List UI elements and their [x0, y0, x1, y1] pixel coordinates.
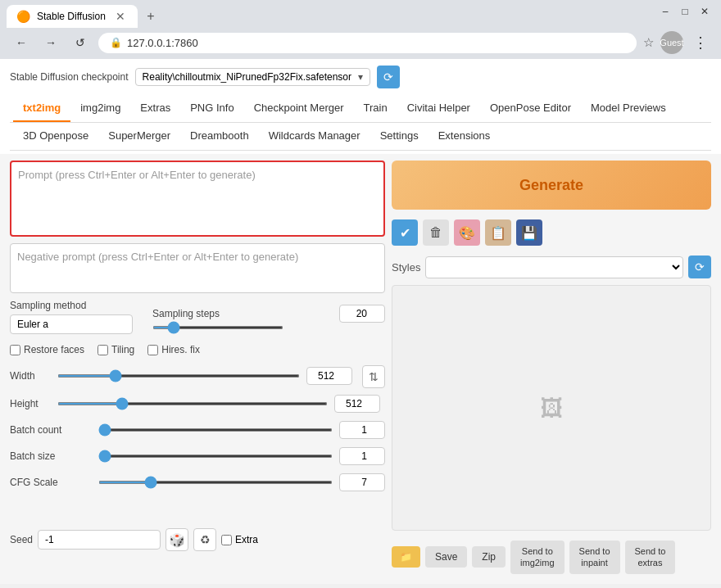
tab-train[interactable]: Train	[354, 95, 397, 122]
tab-wildcards-manager[interactable]: Wildcards Manager	[259, 123, 370, 150]
styles-refresh-button[interactable]: ⟳	[688, 256, 711, 278]
cfg-scale-label: CFG Scale	[10, 477, 92, 488]
send-to-img2img-button[interactable]: Send to img2img	[510, 541, 565, 574]
generate-button[interactable]: Generate	[392, 161, 711, 210]
seed-input[interactable]	[38, 530, 161, 550]
height-input[interactable]	[334, 395, 380, 413]
tab-close-button[interactable]: ✕	[116, 10, 125, 23]
lock-icon: 🔒	[110, 37, 122, 48]
window-minimize-button[interactable]: –	[655, 3, 675, 20]
tab-extras[interactable]: Extras	[130, 95, 180, 122]
negative-prompt-box	[10, 243, 385, 293]
window-close-button[interactable]: ✕	[695, 3, 714, 20]
tab-title: Stable Diffusion	[37, 11, 106, 22]
width-label: Width	[10, 370, 51, 382]
prompt-input[interactable]	[18, 169, 377, 226]
nav-tabs-row1: txt2img img2img Extras PNG Info Checkpoi…	[10, 95, 711, 123]
action-icons-row: ✔ 🗑 🎨 📋 💾	[392, 219, 711, 246]
height-slider[interactable]	[57, 402, 328, 405]
reload-button[interactable]: ↺	[69, 31, 92, 54]
zip-button[interactable]: Zip	[472, 546, 506, 568]
tab-dreambooth[interactable]: Dreambooth	[180, 123, 259, 150]
trash-button[interactable]: 🗑	[423, 219, 449, 246]
tab-png-info[interactable]: PNG Info	[180, 95, 243, 122]
save-style-button[interactable]: 💾	[516, 219, 542, 246]
checkpoint-refresh-button[interactable]: ⟳	[377, 66, 400, 88]
copy-button[interactable]: 📋	[485, 219, 511, 246]
tab-favicon: 🟠	[16, 10, 30, 23]
dice-button[interactable]: 🎲	[166, 528, 188, 551]
forward-button[interactable]: →	[39, 31, 62, 54]
batch-size-input[interactable]	[339, 447, 385, 465]
image-placeholder-icon: 🖼	[540, 395, 563, 422]
negative-prompt-input[interactable]	[17, 251, 378, 283]
browser-tab[interactable]: 🟠 Stable Diffusion ✕	[7, 5, 138, 28]
browser-menu-button[interactable]: ⋮	[690, 32, 711, 53]
tab-checkpoint-merger[interactable]: Checkpoint Merger	[244, 95, 354, 122]
batch-size-label: Batch size	[10, 450, 92, 462]
cfg-scale-slider[interactable]	[98, 481, 333, 484]
sampling-steps-input[interactable]	[339, 305, 385, 323]
width-slider[interactable]	[57, 374, 300, 378]
tab-txt2img[interactable]: txt2img	[13, 95, 70, 122]
width-input[interactable]	[306, 367, 352, 385]
bookmark-button[interactable]: ☆	[643, 35, 654, 50]
style-button[interactable]: 🎨	[454, 219, 480, 246]
sampling-steps-slider[interactable]	[152, 326, 283, 329]
batch-size-slider[interactable]	[98, 455, 333, 458]
tab-3d-openpose[interactable]: 3D Openpose	[13, 123, 98, 150]
window-maximize-button[interactable]: □	[675, 3, 695, 20]
sampling-steps-label: Sampling steps	[152, 308, 234, 319]
profile-button[interactable]: Guest	[660, 31, 683, 54]
tab-extensions[interactable]: Extensions	[429, 123, 501, 150]
image-output-area: 🖼	[392, 285, 711, 531]
sampling-method-select[interactable]: Euler a	[10, 314, 133, 334]
tab-settings[interactable]: Settings	[370, 123, 429, 150]
nav-tabs-row2: 3D Openpose SuperMerger Dreambooth Wildc…	[10, 123, 711, 151]
tab-supermerger[interactable]: SuperMerger	[98, 123, 180, 150]
styles-row: Styles ⟳	[392, 256, 711, 278]
apply-styles-button[interactable]: ✔	[392, 219, 418, 246]
address-bar[interactable]: 🔒 127.0.0.1:7860	[98, 33, 637, 53]
batch-count-label: Batch count	[10, 424, 92, 436]
back-button[interactable]: ←	[10, 31, 33, 54]
styles-label: Styles	[392, 261, 420, 274]
height-label: Height	[10, 398, 51, 409]
extra-checkbox[interactable]: Extra	[221, 534, 258, 545]
checkpoint-select[interactable]: Reality\chilloutmix_NiPrunedFp32Fix.safe…	[135, 68, 370, 86]
checkpoint-value: Reality\chilloutmix_NiPrunedFp32Fix.safe…	[143, 71, 351, 83]
batch-count-slider[interactable]	[98, 428, 333, 432]
url-text: 127.0.0.1:7860	[127, 37, 198, 49]
checkpoint-arrow-icon: ▾	[358, 71, 363, 83]
tiling-checkbox[interactable]: Tiling	[97, 344, 134, 355]
send-to-inpaint-button[interactable]: Send to inpaint	[569, 541, 620, 574]
tab-openpose-editor[interactable]: OpenPose Editor	[480, 95, 581, 122]
send-to-extras-button[interactable]: Send to extras	[625, 541, 676, 574]
checkpoint-label: Stable Diffusion checkpoint	[10, 71, 129, 83]
new-tab-button[interactable]: +	[141, 7, 161, 26]
restore-faces-checkbox[interactable]: Restore faces	[10, 344, 84, 355]
seed-label: Seed	[10, 534, 33, 545]
batch-count-input[interactable]	[339, 421, 385, 439]
cfg-scale-input[interactable]	[339, 473, 385, 491]
tab-civitai-helper[interactable]: Civitai Helper	[397, 95, 480, 122]
swap-dimensions-button[interactable]: ⇅	[362, 365, 385, 388]
open-folder-button[interactable]: 📁	[392, 546, 420, 568]
tab-model-previews[interactable]: Model Previews	[581, 95, 676, 122]
prompt-box	[10, 161, 385, 237]
recycle-seed-button[interactable]: ♻	[193, 528, 216, 551]
tab-img2img[interactable]: img2img	[70, 95, 130, 122]
styles-select[interactable]	[425, 256, 683, 278]
hires-fix-checkbox[interactable]: Hires. fix	[147, 344, 200, 355]
save-button[interactable]: Save	[425, 546, 467, 568]
sampling-method-label: Sampling method	[10, 300, 133, 311]
